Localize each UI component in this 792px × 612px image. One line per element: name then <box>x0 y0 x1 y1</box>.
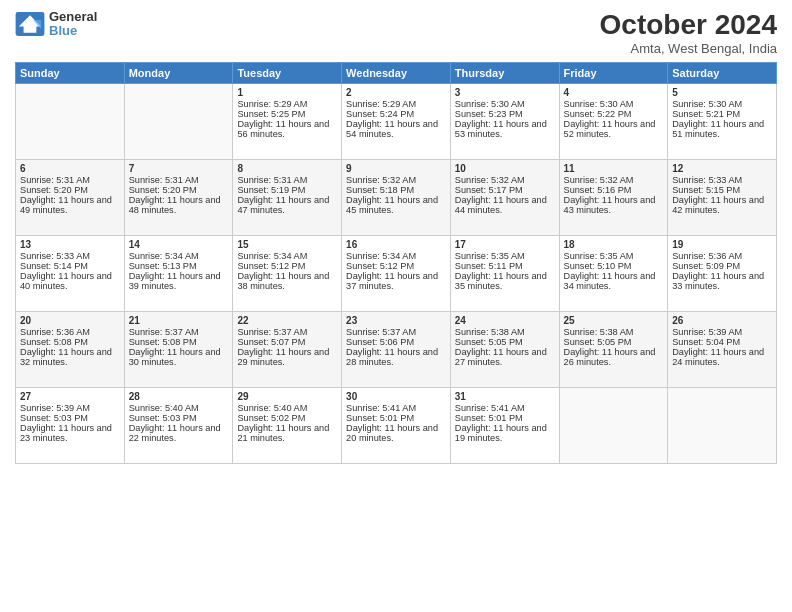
day-number: 16 <box>346 239 446 250</box>
day-info: Sunset: 5:21 PM <box>672 109 772 119</box>
day-cell <box>124 83 233 159</box>
day-info: Daylight: 11 hours and 34 minutes. <box>564 271 664 291</box>
day-cell: 30Sunrise: 5:41 AMSunset: 5:01 PMDayligh… <box>342 387 451 463</box>
day-info: Sunset: 5:25 PM <box>237 109 337 119</box>
day-info: Sunrise: 5:38 AM <box>455 327 555 337</box>
day-info: Sunrise: 5:31 AM <box>129 175 229 185</box>
day-cell: 4Sunrise: 5:30 AMSunset: 5:22 PMDaylight… <box>559 83 668 159</box>
month-title: October 2024 <box>600 10 777 41</box>
day-info: Sunset: 5:11 PM <box>455 261 555 271</box>
week-row-3: 13Sunrise: 5:33 AMSunset: 5:14 PMDayligh… <box>16 235 777 311</box>
day-number: 8 <box>237 163 337 174</box>
day-cell: 11Sunrise: 5:32 AMSunset: 5:16 PMDayligh… <box>559 159 668 235</box>
day-info: Daylight: 11 hours and 43 minutes. <box>564 195 664 215</box>
day-info: Daylight: 11 hours and 19 minutes. <box>455 423 555 443</box>
day-cell: 3Sunrise: 5:30 AMSunset: 5:23 PMDaylight… <box>450 83 559 159</box>
day-cell: 29Sunrise: 5:40 AMSunset: 5:02 PMDayligh… <box>233 387 342 463</box>
day-number: 13 <box>20 239 120 250</box>
day-info: Daylight: 11 hours and 37 minutes. <box>346 271 446 291</box>
day-number: 6 <box>20 163 120 174</box>
day-info: Sunset: 5:23 PM <box>455 109 555 119</box>
day-number: 30 <box>346 391 446 402</box>
day-info: Sunset: 5:15 PM <box>672 185 772 195</box>
day-number: 9 <box>346 163 446 174</box>
day-number: 26 <box>672 315 772 326</box>
day-info: Sunrise: 5:34 AM <box>237 251 337 261</box>
day-cell: 15Sunrise: 5:34 AMSunset: 5:12 PMDayligh… <box>233 235 342 311</box>
day-info: Sunset: 5:16 PM <box>564 185 664 195</box>
day-info: Sunrise: 5:31 AM <box>237 175 337 185</box>
day-cell: 28Sunrise: 5:40 AMSunset: 5:03 PMDayligh… <box>124 387 233 463</box>
day-cell: 5Sunrise: 5:30 AMSunset: 5:21 PMDaylight… <box>668 83 777 159</box>
day-cell: 24Sunrise: 5:38 AMSunset: 5:05 PMDayligh… <box>450 311 559 387</box>
day-info: Sunset: 5:01 PM <box>455 413 555 423</box>
day-info: Sunrise: 5:32 AM <box>564 175 664 185</box>
day-number: 17 <box>455 239 555 250</box>
day-cell: 25Sunrise: 5:38 AMSunset: 5:05 PMDayligh… <box>559 311 668 387</box>
day-info: Sunrise: 5:29 AM <box>237 99 337 109</box>
day-info: Daylight: 11 hours and 40 minutes. <box>20 271 120 291</box>
day-info: Daylight: 11 hours and 49 minutes. <box>20 195 120 215</box>
logo-line1: General <box>49 10 97 24</box>
header-cell-sunday: Sunday <box>16 62 125 83</box>
week-row-2: 6Sunrise: 5:31 AMSunset: 5:20 PMDaylight… <box>16 159 777 235</box>
day-info: Daylight: 11 hours and 23 minutes. <box>20 423 120 443</box>
day-info: Sunset: 5:08 PM <box>129 337 229 347</box>
day-info: Sunset: 5:03 PM <box>129 413 229 423</box>
day-info: Sunrise: 5:29 AM <box>346 99 446 109</box>
day-number: 21 <box>129 315 229 326</box>
day-cell <box>559 387 668 463</box>
day-number: 7 <box>129 163 229 174</box>
day-info: Sunset: 5:20 PM <box>129 185 229 195</box>
day-number: 10 <box>455 163 555 174</box>
logo-icon <box>15 12 45 36</box>
day-cell <box>16 83 125 159</box>
day-info: Sunset: 5:19 PM <box>237 185 337 195</box>
day-number: 14 <box>129 239 229 250</box>
day-info: Daylight: 11 hours and 20 minutes. <box>346 423 446 443</box>
day-info: Daylight: 11 hours and 21 minutes. <box>237 423 337 443</box>
day-info: Sunrise: 5:39 AM <box>20 403 120 413</box>
main-container: General Blue October 2024 Amta, West Ben… <box>0 0 792 472</box>
day-cell <box>668 387 777 463</box>
day-info: Daylight: 11 hours and 29 minutes. <box>237 347 337 367</box>
day-info: Daylight: 11 hours and 54 minutes. <box>346 119 446 139</box>
day-info: Sunrise: 5:35 AM <box>455 251 555 261</box>
day-info: Daylight: 11 hours and 53 minutes. <box>455 119 555 139</box>
day-info: Sunrise: 5:37 AM <box>237 327 337 337</box>
calendar-body: 1Sunrise: 5:29 AMSunset: 5:25 PMDaylight… <box>16 83 777 463</box>
day-info: Daylight: 11 hours and 51 minutes. <box>672 119 772 139</box>
day-cell: 14Sunrise: 5:34 AMSunset: 5:13 PMDayligh… <box>124 235 233 311</box>
day-info: Sunset: 5:24 PM <box>346 109 446 119</box>
day-number: 4 <box>564 87 664 98</box>
day-number: 18 <box>564 239 664 250</box>
day-number: 31 <box>455 391 555 402</box>
day-info: Sunrise: 5:36 AM <box>672 251 772 261</box>
day-number: 20 <box>20 315 120 326</box>
day-info: Sunrise: 5:37 AM <box>346 327 446 337</box>
day-info: Sunrise: 5:41 AM <box>346 403 446 413</box>
day-info: Sunset: 5:20 PM <box>20 185 120 195</box>
day-info: Daylight: 11 hours and 33 minutes. <box>672 271 772 291</box>
day-number: 29 <box>237 391 337 402</box>
day-info: Sunset: 5:02 PM <box>237 413 337 423</box>
calendar-table: SundayMondayTuesdayWednesdayThursdayFrid… <box>15 62 777 464</box>
logo: General Blue <box>15 10 97 39</box>
day-number: 15 <box>237 239 337 250</box>
day-info: Sunrise: 5:33 AM <box>672 175 772 185</box>
day-info: Sunset: 5:12 PM <box>237 261 337 271</box>
day-cell: 27Sunrise: 5:39 AMSunset: 5:03 PMDayligh… <box>16 387 125 463</box>
day-info: Sunrise: 5:39 AM <box>672 327 772 337</box>
day-cell: 21Sunrise: 5:37 AMSunset: 5:08 PMDayligh… <box>124 311 233 387</box>
day-cell: 9Sunrise: 5:32 AMSunset: 5:18 PMDaylight… <box>342 159 451 235</box>
day-cell: 18Sunrise: 5:35 AMSunset: 5:10 PMDayligh… <box>559 235 668 311</box>
day-info: Daylight: 11 hours and 39 minutes. <box>129 271 229 291</box>
day-cell: 8Sunrise: 5:31 AMSunset: 5:19 PMDaylight… <box>233 159 342 235</box>
day-info: Daylight: 11 hours and 24 minutes. <box>672 347 772 367</box>
day-number: 3 <box>455 87 555 98</box>
day-number: 23 <box>346 315 446 326</box>
day-info: Daylight: 11 hours and 35 minutes. <box>455 271 555 291</box>
day-info: Sunrise: 5:37 AM <box>129 327 229 337</box>
day-info: Sunrise: 5:40 AM <box>237 403 337 413</box>
day-info: Sunrise: 5:32 AM <box>455 175 555 185</box>
